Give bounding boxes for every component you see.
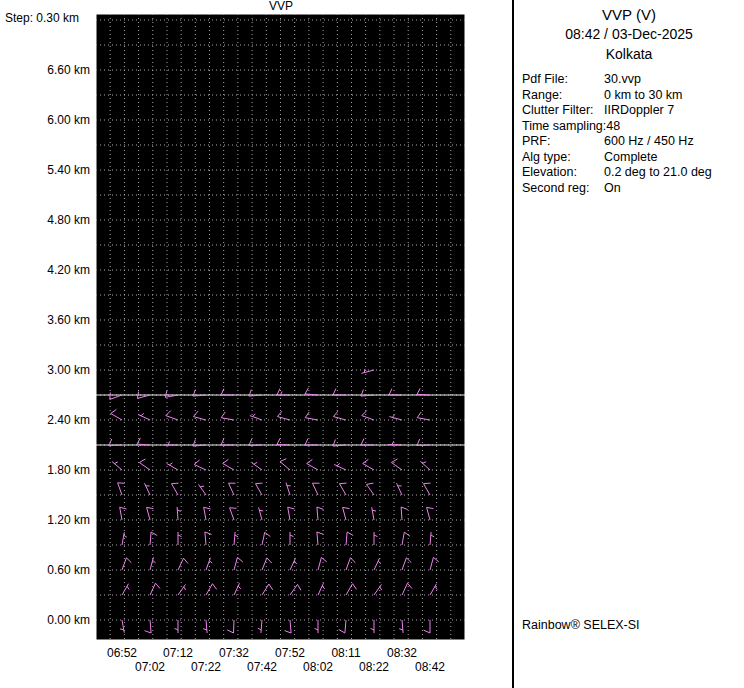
panel-datetime: 08:42 / 03-Dec-2025 (514, 26, 744, 42)
x-axis-label: 08:32 (387, 646, 417, 660)
y-axis-labels: 6.60 km6.00 km5.40 km4.80 km4.20 km3.60 … (47, 63, 90, 627)
field-label: Range: (522, 88, 604, 104)
x-axis-label: 07:42 (247, 660, 277, 674)
field-label: PRF: (522, 134, 604, 150)
y-axis-label: 3.00 km (47, 363, 90, 377)
field-label: Elevation: (522, 165, 604, 181)
field-label: Time sampling: (522, 119, 606, 135)
field-row: Clutter Filter:IIRDoppler 7 (522, 103, 744, 119)
field-row: Time sampling:48 (522, 119, 744, 135)
info-panel: VVP (V) 08:42 / 03-Dec-2025 Kolkata Pdf … (512, 0, 744, 688)
y-axis-label: 0.60 km (47, 563, 90, 577)
field-label: Clutter Filter: (522, 103, 604, 119)
y-axis-label: 5.40 km (47, 163, 90, 177)
x-axis-label: 08:42 (415, 660, 445, 674)
field-value: IIRDoppler 7 (604, 103, 674, 117)
field-row: Pdf File:30.vvp (522, 72, 744, 88)
x-axis-label: 07:22 (191, 660, 221, 674)
panel-title: VVP (V) (514, 6, 744, 23)
field-value: 600 Hz / 450 Hz (604, 134, 694, 148)
x-axis-label: 07:12 (163, 646, 193, 660)
y-axis-label: 4.80 km (47, 213, 90, 227)
field-value: 48 (606, 119, 620, 133)
y-axis-label: 2.40 km (47, 413, 90, 427)
field-row: Range:0 km to 30 km (522, 88, 744, 104)
y-axis-label: 4.20 km (47, 263, 90, 277)
field-label: Alg type: (522, 150, 604, 166)
field-value: 0.2 deg to 21.0 deg (604, 165, 712, 179)
field-value: 0 km to 30 km (604, 88, 683, 102)
panel-fields: Pdf File:30.vvpRange:0 km to 30 kmClutte… (514, 72, 744, 196)
field-row: PRF:600 Hz / 450 Hz (522, 134, 744, 150)
field-row: Second reg:On (522, 181, 744, 197)
x-axis-label: 08:02 (303, 660, 333, 674)
field-value: On (604, 181, 621, 195)
y-axis-label: 1.80 km (47, 463, 90, 477)
x-axis-label: 07:52 (275, 646, 305, 660)
panel-site: Kolkata (514, 46, 744, 62)
vvp-chart: Step: 0.30 kmVVP6.60 km6.00 km5.40 km4.8… (0, 0, 512, 688)
field-value: Complete (604, 150, 658, 164)
field-label: Second reg: (522, 181, 604, 197)
y-axis-label: 1.20 km (47, 513, 90, 527)
plot-title: VVP (269, 0, 293, 13)
brand-footer: Rainbow® SELEX-SI (522, 618, 640, 632)
field-label: Pdf File: (522, 72, 604, 88)
x-axis-label: 07:02 (135, 660, 165, 674)
x-axis-labels: 06:5207:0207:1207:2207:3207:4207:5208:02… (107, 646, 445, 674)
x-axis-label: 07:32 (219, 646, 249, 660)
y-axis-label: 6.00 km (47, 113, 90, 127)
field-row: Alg type:Complete (522, 150, 744, 166)
x-axis-label: 08:11 (331, 646, 360, 660)
step-label: Step: 0.30 km (5, 11, 79, 25)
y-axis-label: 0.00 km (47, 613, 90, 627)
field-value: 30.vvp (604, 72, 641, 86)
x-axis-label: 06:52 (107, 646, 137, 660)
field-row: Elevation:0.2 deg to 21.0 deg (522, 165, 744, 181)
y-axis-label: 6.60 km (47, 63, 90, 77)
y-axis-label: 3.60 km (47, 313, 90, 327)
x-axis-label: 08:22 (359, 660, 389, 674)
